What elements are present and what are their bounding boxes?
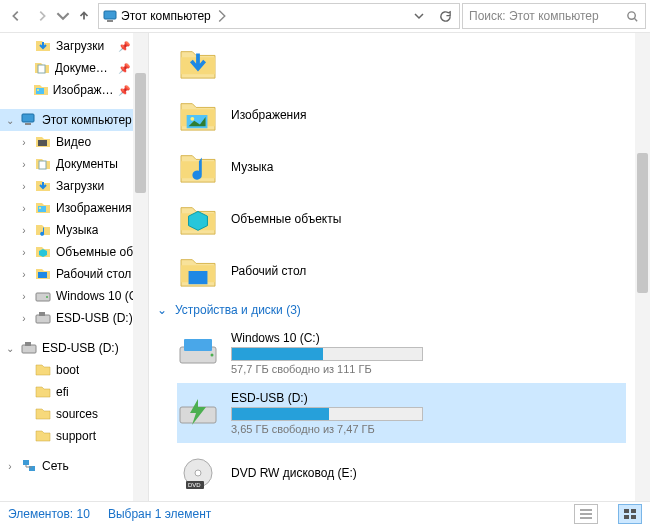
- content-scrollbar[interactable]: [635, 33, 650, 501]
- tree-pc-child-7[interactable]: › Windows 10 (C:): [0, 285, 148, 307]
- tree-usb-child-0[interactable]: boot: [0, 359, 148, 381]
- tree-item-label: Загрузки: [56, 179, 104, 193]
- folder-item-4[interactable]: Рабочий стол: [177, 245, 650, 297]
- drive-item-1[interactable]: ESD-USB (D:) 3,65 ГБ свободно из 7,47 ГБ: [177, 383, 626, 443]
- tree-pc-child-2[interactable]: › Загрузки: [0, 175, 148, 197]
- folder-label: Объемные объекты: [231, 212, 341, 226]
- expand-toggle[interactable]: ›: [18, 225, 30, 236]
- expand-toggle[interactable]: ›: [18, 313, 30, 324]
- svg-rect-24: [189, 271, 208, 284]
- search-placeholder: Поиск: Этот компьютер: [469, 9, 599, 23]
- status-selection: Выбран 1 элемент: [108, 507, 211, 521]
- tree-quick-2[interactable]: Изображени 📌: [0, 79, 148, 101]
- tree-item-label: boot: [56, 363, 79, 377]
- music-folder-icon: [177, 146, 219, 188]
- address-box[interactable]: Этот компьютер: [98, 3, 460, 29]
- drive-item-2[interactable]: DVD RW дисковод (E:): [177, 443, 626, 501]
- forward-button[interactable]: [30, 4, 54, 28]
- tree-pc-child-3[interactable]: › Изображения: [0, 197, 148, 219]
- tree-quick-1[interactable]: Документы 📌: [0, 57, 148, 79]
- folder-item-2[interactable]: Музыка: [177, 141, 650, 193]
- drive-item-0[interactable]: Windows 10 (C:) 57,7 ГБ свободно из 111 …: [177, 323, 626, 383]
- breadcrumb-this-pc[interactable]: Этот компьютер: [103, 9, 229, 23]
- pic-icon: [33, 81, 49, 99]
- 3d-folder-icon: [177, 198, 219, 240]
- folder-label: Музыка: [231, 160, 273, 174]
- expand-toggle[interactable]: ⌄: [4, 343, 16, 354]
- tree-quick-0[interactable]: Загрузки 📌: [0, 35, 148, 57]
- 3d-icon: [34, 243, 52, 261]
- folder-item-3[interactable]: Объемные объекты: [177, 193, 650, 245]
- desktop-icon: [34, 265, 52, 283]
- refresh-button[interactable]: [435, 5, 455, 27]
- download-icon: [34, 177, 52, 195]
- back-button[interactable]: [4, 4, 28, 28]
- tree-pc-child-8[interactable]: › ESD-USB (D:): [0, 307, 148, 329]
- svg-rect-27: [624, 515, 629, 519]
- doc-icon: [34, 59, 51, 77]
- tree-usb-child-2[interactable]: sources: [0, 403, 148, 425]
- tree-pc-child-0[interactable]: › Видео: [0, 131, 148, 153]
- tree-item-label: Изображени: [53, 83, 114, 97]
- expand-toggle[interactable]: ›: [18, 137, 30, 148]
- hdd-icon: [177, 332, 219, 374]
- tree-usb[interactable]: ⌄ ESD-USB (D:): [0, 337, 148, 359]
- tree-item-label: ESD-USB (D:): [42, 341, 119, 355]
- pc-icon: [103, 9, 117, 23]
- drives-group-header[interactable]: ⌄ Устройства и диски (3): [157, 303, 650, 317]
- tree-network[interactable]: › Сеть: [0, 455, 148, 477]
- svg-rect-26: [631, 509, 636, 513]
- folder-item-0[interactable]: [177, 37, 650, 89]
- svg-rect-28: [631, 515, 636, 519]
- tree-item-label: Объемные объ: [56, 245, 140, 259]
- tree-scrollbar[interactable]: [133, 33, 148, 501]
- recent-locations-button[interactable]: [56, 4, 70, 28]
- search-icon: [626, 10, 639, 23]
- tree-this-pc[interactable]: ⌄ Этот компьютер: [0, 109, 148, 131]
- tree-item-label: Рабочий стол: [56, 267, 131, 281]
- pin-icon: 📌: [118, 41, 130, 52]
- expand-toggle[interactable]: ›: [18, 159, 30, 170]
- expand-toggle[interactable]: ›: [18, 269, 30, 280]
- pc-icon: [20, 111, 38, 129]
- expand-toggle[interactable]: ›: [4, 461, 16, 472]
- usb-icon: [34, 309, 52, 327]
- folder-icon: [34, 405, 52, 423]
- expand-toggle[interactable]: ›: [18, 247, 30, 258]
- dvd-icon: [177, 452, 219, 494]
- folder-icon: [34, 427, 52, 445]
- folder-item-1[interactable]: Изображения: [177, 89, 650, 141]
- chevron-right-icon: [215, 9, 229, 23]
- status-bar: Элементов: 10 Выбран 1 элемент: [0, 501, 650, 526]
- status-item-count: Элементов: 10: [8, 507, 90, 521]
- tree-pc-child-6[interactable]: › Рабочий стол: [0, 263, 148, 285]
- expand-toggle[interactable]: ›: [18, 181, 30, 192]
- group-header-label: Устройства и диски (3): [175, 303, 301, 317]
- expand-toggle[interactable]: ⌄: [4, 115, 16, 126]
- tree-item-label: Windows 10 (C:): [56, 289, 145, 303]
- tree-item-label: Сеть: [42, 459, 69, 473]
- drive-name: ESD-USB (D:): [231, 391, 431, 405]
- tree-pc-child-5[interactable]: › Объемные объ: [0, 241, 148, 263]
- search-input[interactable]: Поиск: Этот компьютер: [462, 3, 646, 29]
- history-dropdown-button[interactable]: [409, 5, 429, 27]
- tree-item-label: Музыка: [56, 223, 98, 237]
- drive-free-label: 3,65 ГБ свободно из 7,47 ГБ: [231, 423, 431, 435]
- tree-usb-child-1[interactable]: efi: [0, 381, 148, 403]
- expand-toggle[interactable]: ›: [18, 203, 30, 214]
- tree-pc-child-1[interactable]: › Документы: [0, 153, 148, 175]
- view-tiles-button[interactable]: [618, 504, 642, 524]
- video-icon: [34, 133, 52, 151]
- folder-label: Изображения: [231, 108, 306, 122]
- svg-rect-25: [624, 509, 629, 513]
- tree-item-label: Загрузки: [56, 39, 104, 53]
- tree-item-label: Этот компьютер: [42, 113, 132, 127]
- tree-item-label: sources: [56, 407, 98, 421]
- drive-usage-bar: [231, 407, 423, 421]
- tree-usb-child-3[interactable]: support: [0, 425, 148, 447]
- tree-pc-child-4[interactable]: › Музыка: [0, 219, 148, 241]
- up-button[interactable]: [72, 4, 96, 28]
- view-details-button[interactable]: [574, 504, 598, 524]
- expand-toggle[interactable]: ›: [18, 291, 30, 302]
- drive-name: Windows 10 (C:): [231, 331, 431, 345]
